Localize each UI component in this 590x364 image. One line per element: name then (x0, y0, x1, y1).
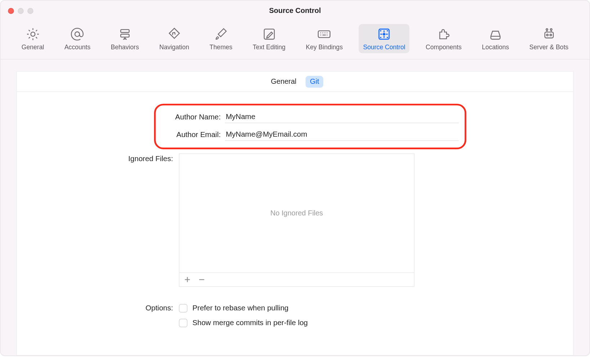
svg-point-14 (550, 34, 551, 36)
author-name-label: Author Name: (159, 112, 221, 121)
brush-icon (213, 27, 229, 42)
svg-point-7 (383, 33, 386, 35)
gear-icon (25, 27, 40, 42)
show-merge-commits-checkbox[interactable] (179, 319, 187, 327)
svg-point-0 (31, 32, 35, 36)
source-control-panel: General Git Author Name: Author Email: I… (17, 71, 574, 355)
tab-label: Key Bindings (306, 44, 343, 51)
tab-label: Accounts (64, 44, 90, 51)
tab-general[interactable]: General (17, 24, 48, 53)
remove-ignored-file-button[interactable] (197, 275, 207, 284)
zoom-window-button[interactable] (27, 8, 33, 14)
svg-rect-5 (318, 31, 330, 38)
close-window-button[interactable] (8, 8, 14, 14)
ignored-files-list[interactable]: No Ignored Files (179, 154, 414, 273)
tab-label: Server & Bots (530, 44, 569, 51)
ignored-files-footer (179, 272, 414, 287)
subtab-git[interactable]: Git (306, 76, 323, 87)
tab-key-bindings[interactable]: Key Bindings (302, 24, 347, 53)
preferences-toolbar: General Accounts Behaviors Navigation Th (0, 22, 590, 60)
author-highlight: Author Name: Author Email: (154, 104, 467, 149)
tab-label: Themes (210, 44, 233, 51)
svg-point-11 (387, 37, 388, 38)
tab-accounts[interactable]: Accounts (60, 24, 95, 53)
robot-icon (541, 27, 557, 42)
tab-label: Components (426, 44, 462, 51)
plus-icon (184, 276, 191, 283)
prefer-rebase-label: Prefer to rebase when pulling (193, 304, 289, 313)
disk-icon (488, 27, 503, 42)
subtab-general[interactable]: General (267, 76, 301, 87)
tab-text-editing[interactable]: Text Editing (248, 24, 289, 53)
svg-point-1 (75, 32, 80, 37)
svg-rect-3 (121, 34, 129, 37)
show-merge-commits-label: Show merge commits in per-file log (193, 318, 308, 327)
tab-label: Navigation (159, 44, 189, 51)
tab-label: Source Control (363, 44, 405, 51)
minimize-window-button[interactable] (18, 8, 23, 14)
options-label: Options: (44, 304, 179, 333)
titlebar: Source Control (0, 0, 590, 22)
edit-icon (261, 27, 276, 42)
svg-point-16 (550, 29, 552, 31)
tab-label: Behaviors (111, 44, 139, 51)
svg-point-10 (380, 37, 382, 38)
svg-point-15 (546, 29, 548, 31)
tab-components[interactable]: Components (422, 24, 466, 53)
tab-label: General (22, 44, 44, 51)
tab-behaviors[interactable]: Behaviors (107, 24, 143, 53)
source-control-icon (377, 27, 392, 42)
tab-source-control[interactable]: Source Control (359, 24, 410, 53)
window-controls (8, 8, 33, 14)
subtab-bar: General Git (17, 72, 573, 92)
svg-rect-2 (121, 29, 129, 32)
navigation-icon (167, 27, 182, 42)
window-title: Source Control (0, 7, 590, 15)
author-email-label: Author Email: (159, 130, 221, 139)
tab-label: Locations (482, 44, 509, 51)
svg-point-8 (380, 30, 382, 32)
author-name-input[interactable] (225, 110, 459, 123)
add-ignored-file-button[interactable] (183, 275, 192, 284)
preferences-window: Source Control General Accounts Behavior… (0, 0, 590, 356)
prefer-rebase-checkbox[interactable] (179, 304, 187, 312)
svg-point-9 (387, 30, 388, 32)
ignored-files-label: Ignored Files: (44, 154, 179, 287)
tab-locations[interactable]: Locations (478, 24, 513, 53)
keyboard-icon (317, 27, 332, 42)
at-icon (70, 27, 85, 42)
minus-icon (198, 276, 205, 283)
tab-label: Text Editing (253, 44, 285, 51)
author-email-input[interactable] (225, 128, 459, 141)
puzzle-icon (436, 27, 451, 42)
tab-server-bots[interactable]: Server & Bots (525, 24, 573, 53)
tab-navigation[interactable]: Navigation (155, 24, 194, 53)
behaviors-icon (117, 27, 132, 42)
svg-point-13 (546, 34, 548, 36)
tab-themes[interactable]: Themes (205, 24, 237, 53)
ignored-files-empty-text: No Ignored Files (270, 209, 323, 217)
